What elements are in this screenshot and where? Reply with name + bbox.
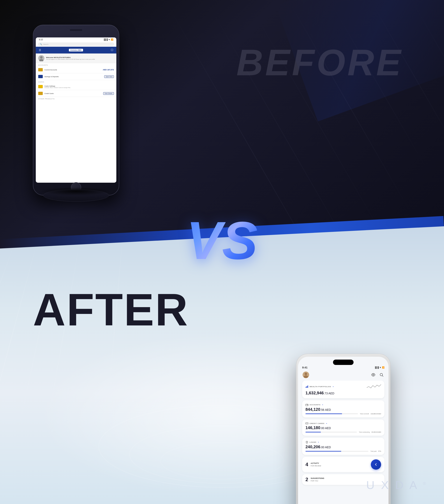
credit-bar-fill: [306, 432, 321, 432]
old-card-settings-row[interactable]: Cards Settings (Activate, Block, Unblock…: [36, 83, 116, 90]
new-avatar[interactable]: [302, 371, 309, 378]
credit-label: CREDIT CARDS: [309, 423, 324, 424]
activity-number: 4: [306, 462, 308, 467]
suggestions-sub: FOR YOU: [311, 480, 318, 482]
credit-cards-card[interactable]: CREDIT CARDS » 146,180.00 AED Total outs…: [302, 419, 384, 436]
old-credit-icon: [38, 92, 43, 95]
svg-point-1: [40, 56, 43, 59]
wealth-amount-main: 1,632,946: [306, 391, 324, 395]
phone-before-container: 9:10 ▐▐▐ ▼ 📶 🔍 Search ☰ Emirates NBD ⓘ: [33, 25, 119, 189]
old-section-cards: CARDS: [36, 80, 116, 83]
wealth-portfolios-card[interactable]: WEALTH PORTFOLIOS » 1,632,946.73 AED: [302, 380, 384, 398]
old-view-details-button[interactable]: View Details: [103, 92, 114, 95]
home-icon: [306, 441, 308, 444]
old-section-accounts: ACCOUNTS: [36, 63, 116, 66]
old-savings-name: Savings & Deposits: [44, 76, 59, 78]
accounts-card[interactable]: ACCOUNTS » 844,120.56 AED Total overdraf…: [302, 400, 384, 417]
svg-rect-10: [307, 386, 307, 388]
old-welcome-sub2: Please tap here to view your profile: [76, 59, 95, 60]
accounts-label: ACCOUNTS: [309, 404, 321, 406]
activity-action-button[interactable]: [371, 459, 381, 470]
svg-rect-9: [306, 387, 306, 388]
wealth-chart: [367, 383, 381, 390]
activity-labels: ACTIVITY FOR REVIEW: [311, 462, 321, 467]
menu-icon[interactable]: ☰: [39, 49, 41, 52]
credit-sub: Total outstanding 20,000.00 AED: [306, 431, 381, 433]
wealth-amount-decimal: .73 AED: [324, 392, 334, 395]
old-card-settings-sub: (Activate, Block, Unblock Cards & Change…: [44, 87, 70, 88]
phone-before-device: 9:10 ▐▐▐ ▼ 📶 🔍 Search ☰ Emirates NBD ⓘ: [33, 25, 119, 196]
loans-amount-decimal: .00 AED: [320, 446, 331, 449]
eye-icon[interactable]: [370, 372, 376, 378]
old-open-now-button[interactable]: Open Now: [104, 75, 114, 78]
old-time: 9:10: [39, 38, 43, 41]
old-search-bar[interactable]: 🔍 Search: [38, 42, 114, 46]
before-label: BEFORE: [236, 41, 403, 84]
old-savings-row[interactable]: Savings & Deposits Open Now: [36, 73, 116, 80]
search-icon: 🔍: [40, 43, 42, 45]
accounts-bar-fill: [306, 414, 342, 414]
wealth-header: WEALTH PORTFOLIOS »: [306, 383, 381, 390]
loans-label: LOANS: [309, 441, 316, 443]
old-credit-name: Credit Cards: [44, 92, 54, 94]
old-avatar: [38, 55, 44, 61]
svg-line-8: [382, 376, 383, 377]
phone-notch: [70, 29, 82, 31]
credit-header: CREDIT CARDS »: [306, 422, 381, 424]
accounts-amount: 844,120.56 AED: [306, 407, 381, 412]
vs-label: VS: [187, 210, 258, 271]
credit-sub-value: 20,000.00 AED: [372, 431, 381, 433]
svg-point-5: [304, 376, 308, 378]
credit-chevron: »: [326, 423, 327, 424]
old-search-label: Search: [43, 43, 48, 45]
credit-amount: 146,180.00 AED: [306, 425, 381, 430]
accounts-sub: Total overdraft 216,880.09 AED: [306, 413, 381, 414]
old-signals: ▐▐▐ ▼ 📶: [103, 38, 113, 41]
search-icon[interactable]: [379, 372, 384, 378]
old-nav-bar: ☰ Emirates NBD ⓘ: [36, 47, 116, 54]
old-section-other: OTHER PRODUCTS: [36, 97, 116, 100]
credit-sub-label: Total outstanding: [359, 431, 370, 433]
phone-before-screen: 9:10 ▐▐▐ ▼ 📶 🔍 Search ☰ Emirates NBD ⓘ: [36, 37, 116, 183]
old-bank-logo: Emirates NBD: [69, 49, 83, 52]
accounts-sub-value: 216,880.09 AED: [371, 413, 381, 414]
credit-amount-main: 146,180: [306, 425, 320, 430]
credit-card-icon: [306, 422, 308, 424]
old-current-amount: AED 167,072: [103, 69, 114, 71]
new-content: WEALTH PORTFOLIOS » 1,632,946.73 AED: [298, 380, 389, 487]
old-savings-icon: [38, 75, 43, 78]
old-credit-row[interactable]: Credit Cards View Details: [36, 90, 116, 97]
svg-rect-15: [306, 423, 308, 424]
suggestions-title: SUGGESTIONS: [311, 477, 324, 480]
wealth-amount: 1,632,946.73 AED: [306, 390, 381, 395]
wealth-label: WEALTH PORTFOLIOS: [309, 386, 331, 388]
activity-title: ACTIVITY: [311, 462, 321, 465]
loans-header: LOANS »: [306, 441, 381, 444]
loans-chevron: »: [318, 441, 319, 443]
new-nav-icons: [370, 372, 384, 378]
info-icon[interactable]: ⓘ: [111, 48, 113, 52]
loans-card[interactable]: LOANS » 240,206.00 AED Total paid 57%: [302, 438, 384, 455]
suggestions-labels: SUGGESTIONS FOR YOU: [311, 477, 324, 482]
uxda-logo: U X D A ®: [366, 478, 427, 492]
activity-row[interactable]: 4 ACTIVITY FOR REVIEW: [302, 457, 384, 472]
ring-3: [160, 442, 284, 479]
new-nav: [298, 370, 389, 380]
old-card-icon: [38, 85, 43, 88]
old-welcome-text: Welcome NICOLETA ROTUNDU You last logged…: [46, 56, 95, 60]
loans-sub: Total paid 57%: [306, 450, 381, 452]
svg-rect-11: [307, 385, 308, 388]
new-time: 9:41: [302, 366, 307, 369]
loans-sub-value: 57%: [378, 450, 381, 452]
old-welcome-sub: You last logged in on 29th October, 2018…: [46, 59, 75, 60]
accounts-amount-main: 844,120: [306, 407, 320, 412]
old-welcome-name: Welcome NICOLETA ROTUNDU: [46, 56, 95, 58]
old-credit-left: Credit Cards: [38, 92, 54, 95]
accounts-bar: [306, 414, 358, 414]
old-current-accounts-row[interactable]: Current Accounts AED 167,072: [36, 66, 116, 73]
credit-bar: [306, 432, 357, 432]
phone-platform: [40, 187, 112, 196]
chart-icon: [306, 385, 308, 388]
loans-bar: [306, 451, 368, 451]
old-card-settings-left: Cards Settings (Activate, Block, Unblock…: [38, 85, 70, 88]
